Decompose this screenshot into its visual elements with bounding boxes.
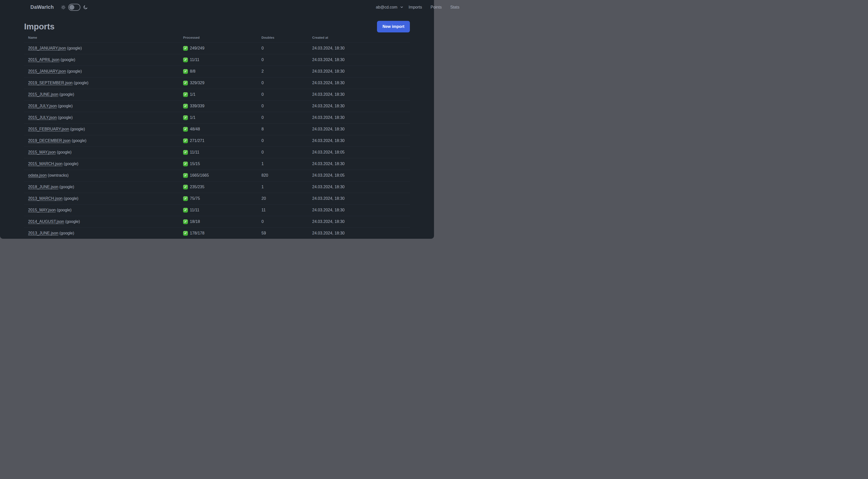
import-file-link[interactable]: 2019_DECEMBER.json xyxy=(28,139,70,143)
processed-count: 11/11 xyxy=(190,58,199,62)
chevron-down-icon xyxy=(400,5,404,9)
import-source: (google) xyxy=(58,231,74,235)
created-at-cell: 24.03.2024, 18:30 xyxy=(312,193,410,204)
import-file-link[interactable]: 2018_JULY.json xyxy=(28,104,57,108)
doubles-cell: 59 xyxy=(261,228,312,239)
created-at-cell: 24.03.2024, 18:30 xyxy=(312,54,410,66)
user-menu[interactable]: ab@cd.com xyxy=(376,5,404,9)
brand-logo[interactable]: DaWarIch xyxy=(30,4,54,10)
processed-cell: 48/48 xyxy=(183,123,261,135)
name-cell: 2015_JUNE.json (google) xyxy=(24,89,183,100)
name-cell: 2015_MAY.json (google) xyxy=(24,147,183,158)
doubles-cell: 11 xyxy=(261,204,312,216)
doubles-cell: 1 xyxy=(261,158,312,170)
table-row: 2013_MARCH.json (google) 75/75 20 24.03.… xyxy=(24,193,410,204)
table-row: 2018_JULY.json (google) 339/339 0 24.03.… xyxy=(24,100,410,112)
theme-toggle-switch[interactable] xyxy=(68,4,81,11)
created-at-cell: 24.03.2024, 18:30 xyxy=(312,112,410,123)
processed-cell: 1665/1665 xyxy=(183,170,261,181)
created-at-cell: 24.03.2024, 18:30 xyxy=(312,100,410,112)
processed-count: 178/178 xyxy=(190,231,205,236)
created-at-cell: 24.03.2024, 18:05 xyxy=(312,147,410,158)
processed-count: 11/11 xyxy=(190,208,199,212)
import-file-link[interactable]: 2013_MARCH.json xyxy=(28,196,63,201)
import-file-link[interactable]: 2015_MAY.json xyxy=(28,208,56,212)
doubles-cell: 0 xyxy=(261,77,312,89)
name-cell: 2013_JUNE.json (google) xyxy=(24,228,183,239)
created-at-cell: 24.03.2024, 18:30 xyxy=(312,158,410,170)
import-file-link[interactable]: 2015_FEBRUARY.json xyxy=(28,127,69,131)
name-cell: odata.json (owntracks) xyxy=(24,170,183,181)
success-check-icon xyxy=(183,104,188,109)
success-check-icon xyxy=(183,231,188,236)
processed-cell: 235/235 xyxy=(183,181,261,193)
doubles-cell: 0 xyxy=(261,135,312,147)
processed-cell: 11/11 xyxy=(183,54,261,66)
processed-count: 15/15 xyxy=(190,161,200,166)
doubles-cell: 20 xyxy=(261,193,312,204)
import-file-link[interactable]: 2015_JULY.json xyxy=(28,115,57,120)
main-nav: Imports Points Stats xyxy=(409,5,434,9)
processed-count: 1/1 xyxy=(190,115,195,120)
import-source: (owntracks) xyxy=(47,173,68,177)
import-file-link[interactable]: 2018_JANUARY.json xyxy=(28,46,66,50)
name-cell: 2019_SEPTEMBER.json (google) xyxy=(24,77,183,89)
doubles-cell: 0 xyxy=(261,216,312,228)
processed-count: 339/339 xyxy=(190,104,205,108)
processed-count: 11/11 xyxy=(190,150,199,155)
success-check-icon xyxy=(183,139,188,143)
processed-cell: 75/75 xyxy=(183,193,261,204)
import-file-link[interactable]: 2015_JANUARY.json xyxy=(28,69,66,73)
created-at-cell: 24.03.2024, 18:30 xyxy=(312,89,410,100)
processed-cell: 8/8 xyxy=(183,66,261,77)
table-row: 2015_MARCH.json (google) 15/15 1 24.03.2… xyxy=(24,158,410,170)
processed-cell: 11/11 xyxy=(183,204,261,216)
table-row: 2015_MAY.json (google) 11/11 0 24.03.202… xyxy=(24,147,410,158)
table-row: 2018_JANUARY.json (google) 249/249 0 24.… xyxy=(24,42,410,54)
doubles-cell: 0 xyxy=(261,42,312,54)
name-cell: 2015_MARCH.json (google) xyxy=(24,158,183,170)
table-row: 2019_DECEMBER.json (google) 271/271 0 24… xyxy=(24,135,410,147)
import-source: (google) xyxy=(63,196,79,201)
import-file-link[interactable]: odata.json xyxy=(28,173,47,177)
name-cell: 2018_JUNE.json (google) xyxy=(24,181,183,193)
import-source: (google) xyxy=(58,92,74,96)
import-file-link[interactable]: 2014_AUGUST.json xyxy=(28,219,64,224)
nav-link-imports[interactable]: Imports xyxy=(409,5,422,9)
created-at-cell: 24.03.2024, 18:30 xyxy=(312,42,410,54)
name-cell: 2013_MARCH.json (google) xyxy=(24,193,183,204)
processed-cell: 15/15 xyxy=(183,158,261,170)
processed-cell: 329/329 xyxy=(183,77,261,89)
import-file-link[interactable]: 2015_JUNE.json xyxy=(28,92,58,96)
processed-cell: 178/178 xyxy=(183,228,261,239)
navbar-left: DaWarIch xyxy=(30,4,88,11)
new-import-button[interactable]: New import xyxy=(377,21,410,32)
doubles-cell: 0 xyxy=(261,89,312,100)
import-source: (google) xyxy=(56,208,71,212)
name-cell: 2014_AUGUST.json (google) xyxy=(24,216,183,228)
created-at-cell: 24.03.2024, 18:30 xyxy=(312,135,410,147)
import-source: (google) xyxy=(56,150,71,154)
processed-cell: 18/18 xyxy=(183,216,261,228)
success-check-icon xyxy=(183,92,188,97)
created-at-cell: 24.03.2024, 18:05 xyxy=(312,170,410,181)
processed-count: 329/329 xyxy=(190,81,205,85)
import-file-link[interactable]: 2018_JUNE.json xyxy=(28,185,58,189)
success-check-icon xyxy=(183,81,188,85)
name-cell: 2015_JANUARY.json (google) xyxy=(24,66,183,77)
nav-link-points[interactable]: Points xyxy=(431,5,434,9)
column-header-name: Name xyxy=(24,33,183,42)
import-file-link[interactable]: 2015_MARCH.json xyxy=(28,161,63,166)
doubles-cell: 0 xyxy=(261,100,312,112)
theme-toggle[interactable] xyxy=(61,4,88,11)
import-file-link[interactable]: 2015_APRIL.json xyxy=(28,58,60,62)
import-file-link[interactable]: 2013_JUNE.json xyxy=(28,231,58,235)
page-header: Imports New import xyxy=(24,21,410,32)
processed-count: 271/271 xyxy=(190,139,205,143)
import-file-link[interactable]: 2015_MAY.json xyxy=(28,150,56,154)
processed-cell: 249/249 xyxy=(183,42,261,54)
imports-page: Imports New import Name Processed Double… xyxy=(0,21,434,239)
import-file-link[interactable]: 2019_SEPTEMBER.json xyxy=(28,81,72,85)
processed-cell: 1/1 xyxy=(183,89,261,100)
processed-count: 249/249 xyxy=(190,46,205,51)
